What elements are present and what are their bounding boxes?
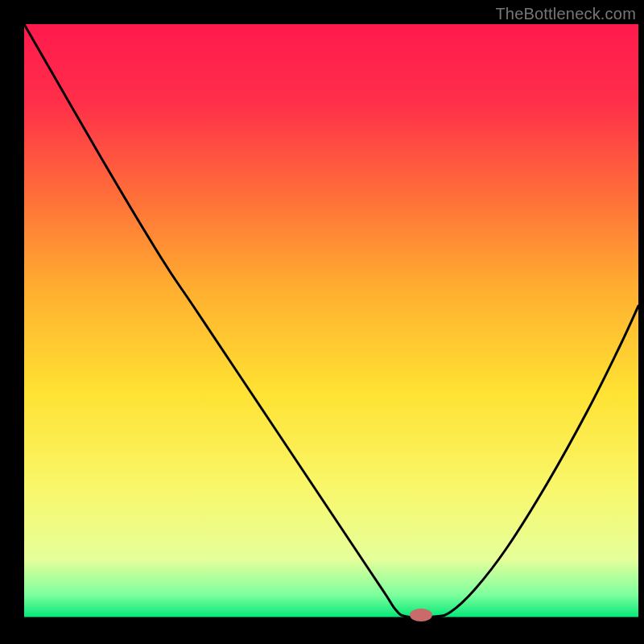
watermark-text: TheBottleneck.com bbox=[495, 5, 636, 23]
plot-background bbox=[24, 24, 638, 618]
bottleneck-chart: TheBottleneck.com bbox=[0, 0, 644, 644]
chart-svg bbox=[0, 0, 644, 644]
optimal-marker bbox=[410, 609, 432, 621]
